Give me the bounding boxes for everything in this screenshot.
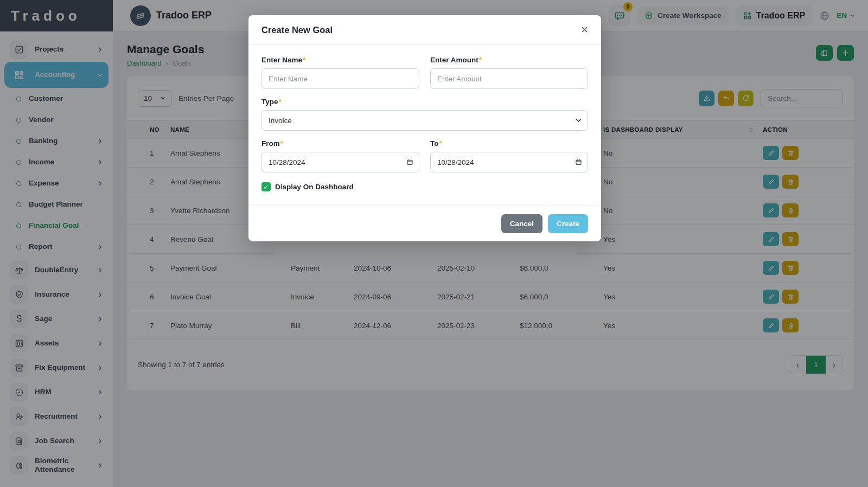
required-asterisk: * (479, 56, 482, 64)
modal-title: Create New Goal (261, 25, 333, 35)
cancel-button[interactable]: Cancel (501, 214, 542, 233)
name-input[interactable] (261, 68, 419, 89)
required-asterisk: * (303, 56, 305, 64)
create-goal-modal: Create New Goal × Enter Name* Enter Amou… (248, 15, 601, 241)
to-field-label: To* (430, 139, 588, 148)
from-field-label: From* (261, 139, 419, 148)
modal-header: Create New Goal × (248, 15, 601, 45)
type-select-value: Invoice (269, 117, 292, 125)
from-date-input[interactable] (261, 152, 419, 172)
display-on-dashboard-row: ✓ Display On Dashboard (261, 182, 588, 191)
type-field-label: Type* (261, 98, 588, 106)
close-icon[interactable]: × (581, 24, 588, 36)
required-asterisk: * (279, 98, 282, 106)
display-on-dashboard-label: Display On Dashboard (275, 183, 354, 191)
modal-footer: Cancel Create (248, 206, 601, 241)
name-field-label: Enter Name* (261, 56, 419, 64)
amount-input[interactable] (430, 68, 588, 89)
display-on-dashboard-checkbox[interactable]: ✓ (261, 182, 271, 191)
amount-field-label: Enter Amount* (430, 56, 588, 64)
create-button[interactable]: Create (548, 214, 588, 233)
type-select[interactable]: Invoice (261, 110, 588, 131)
to-date-input[interactable] (430, 152, 588, 172)
required-asterisk: * (439, 139, 442, 148)
modal-body: Enter Name* Enter Amount* Type* Invoice … (248, 45, 601, 191)
required-asterisk: * (280, 139, 283, 148)
